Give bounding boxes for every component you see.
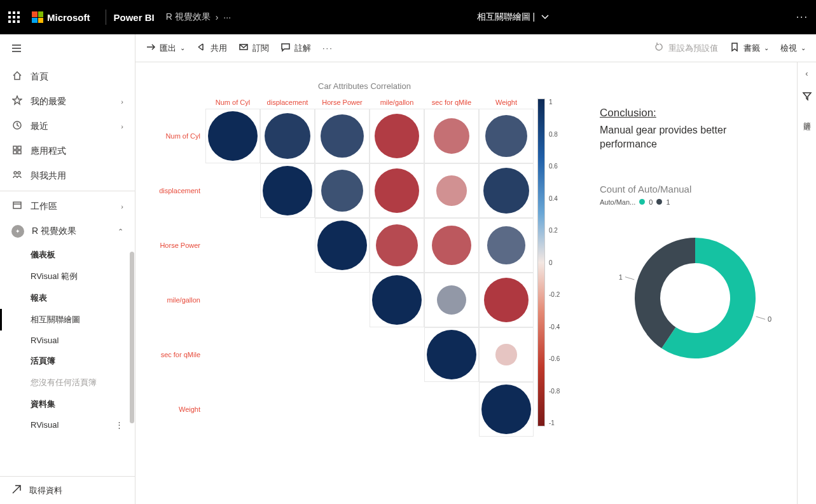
share-button[interactable]: 共用 — [197, 42, 227, 54]
svg-point-18 — [14, 172, 17, 174]
tree-header-dashboards[interactable]: 儀表板 — [0, 244, 135, 266]
workspace-avatar-icon: ✦ — [11, 225, 24, 238]
svg-point-19 — [18, 172, 20, 174]
svg-rect-15 — [18, 146, 21, 149]
svg-rect-7 — [13, 20, 15, 23]
filters-label: 篩選 — [801, 116, 812, 118]
right-panel: Conclusion: Manual gear provides better … — [587, 69, 791, 498]
sidebar-item-shared[interactable]: 與我共用 — [0, 163, 135, 188]
colorbar-ticks: 10.80.60.40.20-0.2-0.4-0.6-0.8-1 — [549, 99, 560, 426]
svg-rect-3 — [8, 16, 11, 18]
export-button[interactable]: 匯出 ⌄ — [146, 42, 185, 54]
sidebar-item-label: 我的最愛 — [31, 96, 66, 107]
content-area: 匯出 ⌄ 共用 訂閱 註解 ··· 重設為預設值 — [135, 34, 816, 504]
legend-text-0: 0 — [649, 198, 653, 206]
tree-header-datasets[interactable]: 資料集 — [0, 393, 135, 415]
sidebar-item-label: 與我共用 — [31, 170, 66, 182]
sidebar: 首頁 我的最愛 › 最近 › 應用程式 與我共用 工作區 › ✦ R 視覺效果 — [0, 34, 135, 504]
correlation-chart[interactable]: Car Attributes Correlation Num of Cyldis… — [142, 69, 587, 498]
chart-body: Num of CyldisplacementHorse Powermile/ga… — [148, 109, 534, 437]
bookmark-icon — [730, 42, 740, 54]
breadcrumb: R 視覺效果 › ··· — [166, 11, 231, 23]
sidebar-item-label: 最近 — [31, 121, 48, 132]
comment-icon — [280, 42, 291, 54]
comment-button[interactable]: 註解 — [280, 42, 311, 54]
breadcrumb-ellipsis[interactable]: ··· — [223, 12, 231, 22]
chevron-down-icon: ⌄ — [801, 44, 806, 51]
sidebar-item-workspaces[interactable]: 工作區 › — [0, 194, 135, 219]
svg-rect-14 — [13, 146, 17, 149]
sidebar-item-favorites[interactable]: 我的最愛 › — [0, 89, 135, 114]
chevron-down-icon[interactable] — [540, 11, 550, 24]
chevron-down-icon: ⌄ — [180, 44, 185, 51]
svg-rect-16 — [13, 151, 17, 154]
sidebar-item-label: 首頁 — [31, 71, 48, 83]
chevron-right-icon: › — [121, 203, 123, 210]
sidebar-item-home[interactable]: 首頁 — [0, 64, 135, 89]
chevron-left-icon[interactable]: ‹ — [805, 69, 808, 78]
export-icon — [146, 42, 156, 54]
microsoft-logo-icon — [32, 11, 43, 23]
svg-rect-1 — [13, 11, 15, 14]
clock-icon — [11, 120, 23, 132]
tree-item[interactable]: RVisual 範例 — [0, 266, 135, 287]
subscribe-button[interactable]: 訂閱 — [239, 42, 269, 54]
app-launcher-icon[interactable] — [8, 11, 20, 24]
more-icon[interactable]: ··· — [796, 11, 808, 23]
svg-line-24 — [756, 317, 765, 319]
view-button[interactable]: 檢視 ⌄ — [780, 43, 806, 54]
chevron-up-icon: ⌃ — [118, 228, 123, 236]
tree-item-active[interactable]: 相互關聯繪圖 — [0, 309, 135, 330]
conclusion-heading: Conclusion: — [600, 107, 778, 119]
report-title[interactable]: 相互關聯繪圖 | — [477, 11, 536, 23]
chart-column-headers: Num of CyldisplacementHorse Powermile/ga… — [205, 99, 534, 109]
tree-item[interactable]: RVisual ⋮ — [0, 415, 135, 435]
sidebar-item-recent[interactable]: 最近 › — [0, 114, 135, 139]
tree-header-workbooks[interactable]: 活頁簿 — [0, 350, 135, 372]
app-name[interactable]: Power BI — [114, 12, 155, 23]
sidebar-item-apps[interactable]: 應用程式 — [0, 139, 135, 163]
filters-pane-collapsed[interactable]: ‹ 篩選 — [797, 62, 816, 504]
legend-swatch-0 — [639, 199, 645, 205]
more-button[interactable]: ··· — [322, 43, 333, 53]
tree-item[interactable]: RVisual — [0, 330, 135, 350]
svg-rect-20 — [13, 202, 21, 208]
sidebar-item-label: 取得資料 — [29, 485, 62, 496]
apps-icon — [11, 145, 23, 157]
legend-label: Auto/Man... — [600, 198, 635, 206]
share-icon — [197, 42, 207, 54]
home-icon — [11, 71, 23, 83]
bookmarks-button[interactable]: 書籤 ⌄ — [730, 42, 769, 54]
colorbar-gradient — [537, 99, 545, 426]
svg-rect-0 — [8, 11, 11, 14]
scrollbar-thumb[interactable] — [130, 252, 134, 423]
divider — [106, 10, 106, 25]
filter-icon — [802, 91, 812, 103]
more-icon[interactable]: ⋮ — [115, 420, 123, 430]
report-canvas: Car Attributes Correlation Num of Cyldis… — [135, 62, 797, 504]
tree-header-reports[interactable]: 報表 — [0, 287, 135, 309]
donut-chart[interactable]: 01 — [600, 225, 778, 371]
svg-line-22 — [13, 486, 20, 493]
chart-title: Car Attributes Correlation — [148, 81, 581, 91]
svg-rect-4 — [13, 16, 15, 18]
legend-swatch-1 — [656, 199, 662, 205]
hamburger-icon[interactable] — [0, 34, 135, 64]
reset-button[interactable]: 重設為預設值 — [654, 42, 718, 54]
workspace-tree: 儀表板 RVisual 範例 報表 相互關聯繪圖 RVisual 活頁簿 您沒有… — [0, 244, 135, 476]
sidebar-item-current-workspace[interactable]: ✦ R 視覺效果 ⌃ — [0, 219, 135, 244]
chevron-right-icon: › — [121, 98, 123, 106]
donut-legend: Auto/Man... 0 1 — [600, 198, 778, 206]
sidebar-get-data[interactable]: 取得資料 — [0, 476, 135, 504]
sidebar-item-label: 應用程式 — [31, 146, 66, 157]
star-icon — [11, 95, 23, 107]
breadcrumb-separator: › — [216, 12, 219, 22]
colorbar: 10.80.60.40.20-0.2-0.4-0.6-0.8-1 — [537, 99, 569, 437]
get-data-icon — [11, 484, 22, 496]
top-bar: Microsoft Power BI R 視覺效果 › ··· 相互關聯繪圖 |… — [0, 0, 816, 34]
breadcrumb-item[interactable]: R 視覺效果 — [166, 11, 211, 23]
svg-text:0: 0 — [768, 315, 771, 323]
microsoft-logo: Microsoft — [32, 11, 90, 23]
svg-rect-6 — [8, 20, 11, 23]
conclusion-text: Manual gear provides better performance — [600, 123, 778, 152]
